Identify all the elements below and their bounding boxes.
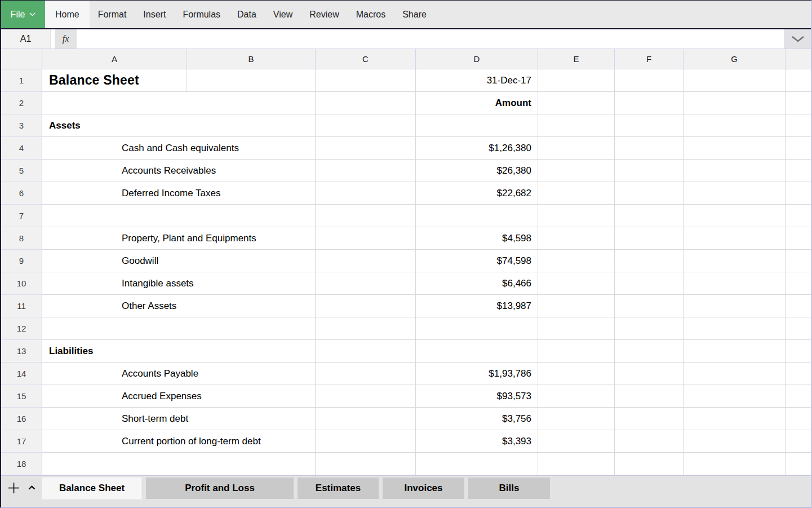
cell-C11[interactable] — [316, 295, 416, 317]
cell-H11[interactable] — [786, 295, 811, 317]
cell-D17[interactable]: $3,393 — [416, 430, 538, 453]
cell-D5[interactable]: $26,380 — [416, 160, 538, 182]
menu-item-data[interactable]: Data — [229, 1, 265, 28]
column-header-F[interactable]: F — [615, 49, 684, 69]
cell-G6[interactable] — [684, 182, 786, 205]
cell-G13[interactable] — [684, 340, 786, 363]
cell-D6[interactable]: $22,682 — [416, 182, 538, 205]
row-header-7[interactable]: 7 — [1, 205, 42, 227]
cell-D1[interactable]: 31-Dec-17 — [416, 69, 538, 92]
cell-E13[interactable] — [538, 340, 615, 363]
column-header-E[interactable]: E — [538, 49, 615, 69]
cell-C8[interactable] — [316, 227, 416, 250]
cell-C10[interactable] — [316, 272, 416, 295]
cell-A16[interactable]: Short-term debt — [42, 408, 316, 430]
cell-H10[interactable] — [786, 272, 811, 295]
cell-E16[interactable] — [538, 408, 615, 430]
cell-F12[interactable] — [615, 317, 684, 340]
cell-C13[interactable] — [316, 340, 416, 363]
file-menu-button[interactable]: File — [1, 1, 45, 28]
cell-F18[interactable] — [615, 453, 684, 475]
cell-F9[interactable] — [615, 250, 684, 272]
cell-D12[interactable] — [416, 317, 538, 340]
cell-F8[interactable] — [615, 227, 684, 250]
cell-G14[interactable] — [684, 363, 786, 385]
cell-A7[interactable] — [42, 205, 316, 227]
cell-G11[interactable] — [684, 295, 786, 317]
column-header-G[interactable]: G — [684, 49, 786, 69]
row-header-8[interactable]: 8 — [1, 227, 42, 250]
cell-G5[interactable] — [684, 160, 786, 182]
cell-D10[interactable]: $6,466 — [416, 272, 538, 295]
cell-G17[interactable] — [684, 430, 786, 453]
cell-D7[interactable] — [416, 205, 538, 227]
cell-F10[interactable] — [615, 272, 684, 295]
cell-H18[interactable] — [786, 453, 811, 475]
cell-E17[interactable] — [538, 430, 615, 453]
cell-B1[interactable] — [187, 69, 316, 92]
cell-H16[interactable] — [786, 408, 811, 430]
row-header-13[interactable]: 13 — [1, 340, 42, 363]
cell-C2[interactable] — [316, 92, 416, 114]
cell-G3[interactable] — [684, 114, 786, 137]
row-header-6[interactable]: 6 — [1, 182, 42, 205]
row-header-18[interactable]: 18 — [1, 453, 42, 475]
cell-F1[interactable] — [615, 69, 684, 92]
cell-D3[interactable] — [416, 114, 538, 137]
cell-H8[interactable] — [786, 227, 811, 250]
cell-G8[interactable] — [684, 227, 786, 250]
cell-H12[interactable] — [786, 317, 811, 340]
cell-E1[interactable] — [538, 69, 615, 92]
row-header-4[interactable]: 4 — [1, 137, 42, 160]
cell-H2[interactable] — [786, 92, 811, 114]
cell-D2[interactable]: Amount — [416, 92, 538, 114]
cell-G15[interactable] — [684, 385, 786, 408]
cell-F13[interactable] — [615, 340, 684, 363]
cell-H14[interactable] — [786, 363, 811, 385]
cell-A9[interactable]: Goodwill — [42, 250, 316, 272]
cell-G18[interactable] — [684, 453, 786, 475]
row-header-5[interactable]: 5 — [1, 160, 42, 182]
menu-item-formulas[interactable]: Formulas — [174, 1, 229, 28]
cell-A13[interactable]: Liabilities — [42, 340, 316, 363]
cell-G1[interactable] — [684, 69, 786, 92]
column-header-B[interactable]: B — [187, 49, 316, 69]
cell-G9[interactable] — [684, 250, 786, 272]
row-header-11[interactable]: 11 — [1, 295, 42, 317]
cell-H6[interactable] — [786, 182, 811, 205]
cell-A2[interactable] — [42, 92, 316, 114]
cell-E6[interactable] — [538, 182, 615, 205]
row-header-16[interactable]: 16 — [1, 408, 42, 430]
menu-item-home[interactable]: Home — [45, 1, 90, 28]
row-header-14[interactable]: 14 — [1, 363, 42, 385]
column-header-A[interactable]: A — [42, 49, 187, 69]
cell-E2[interactable] — [538, 92, 615, 114]
cell-E15[interactable] — [538, 385, 615, 408]
cell-E18[interactable] — [538, 453, 615, 475]
row-header-2[interactable]: 2 — [1, 92, 42, 114]
cell-E8[interactable] — [538, 227, 615, 250]
menu-item-format[interactable]: Format — [90, 1, 135, 28]
row-header-17[interactable]: 17 — [1, 430, 42, 453]
column-header-C[interactable]: C — [316, 49, 416, 69]
sheet-tab-invoices[interactable]: Invoices — [383, 478, 464, 499]
row-header-3[interactable]: 3 — [1, 114, 42, 137]
cell-H13[interactable] — [786, 340, 811, 363]
cell-C16[interactable] — [316, 408, 416, 430]
cell-C6[interactable] — [316, 182, 416, 205]
row-header-1[interactable]: 1 — [1, 69, 42, 92]
row-header-9[interactable]: 9 — [1, 250, 42, 272]
cell-D4[interactable]: $1,26,380 — [416, 137, 538, 160]
cell-E7[interactable] — [538, 205, 615, 227]
formula-bar-expand-button[interactable] — [784, 29, 811, 48]
cell-H3[interactable] — [786, 114, 811, 137]
cell-A6[interactable]: Deferred Income Taxes — [42, 182, 316, 205]
cell-A18[interactable] — [42, 453, 316, 475]
cell-C5[interactable] — [316, 160, 416, 182]
cell-F5[interactable] — [615, 160, 684, 182]
cell-F2[interactable] — [615, 92, 684, 114]
cell-D14[interactable]: $1,93,786 — [416, 363, 538, 385]
cell-E14[interactable] — [538, 363, 615, 385]
cell-E12[interactable] — [538, 317, 615, 340]
menu-item-macros[interactable]: Macros — [348, 1, 394, 28]
